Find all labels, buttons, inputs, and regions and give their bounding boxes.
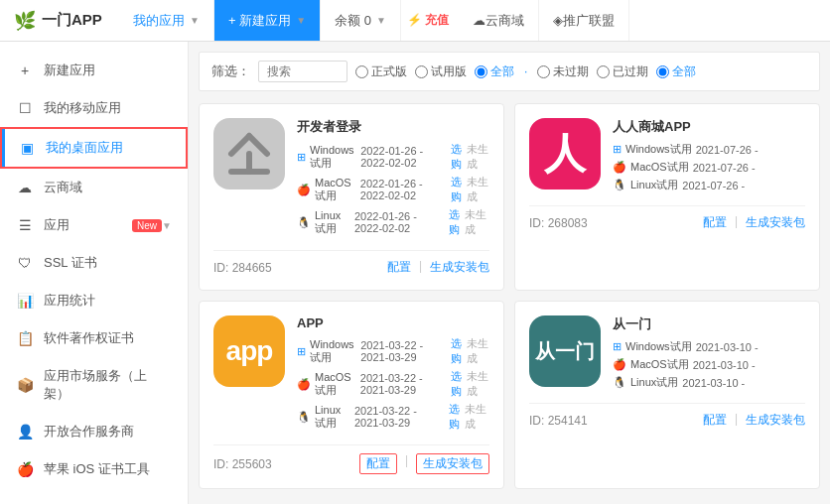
filter-yiexpired-label: 已过期 [613,63,648,80]
win-dates: 2022-01-26 - 2022-02-02 [360,145,447,169]
chevron-down-icon: ▼ [296,15,306,26]
sidebar-item-my-desktop[interactable]: ▣ 我的桌面应用 [0,127,188,169]
action-sep3: | [405,453,408,474]
linux2-dates: 2021-07-26 - [682,180,745,191]
app-actions-app: 配置 | 生成安装包 [359,453,489,474]
sidebar-item-market[interactable]: 📦 应用市场服务（上架） [0,357,188,413]
app-icon-cong: 从一门 [529,315,601,387]
sidebar-item-copyright[interactable]: 📋 软件著作权证书 [0,319,188,357]
linux-dates: 2022-01-26 - 2022-02-02 [354,210,445,234]
windows-icon3: ⊞ [297,345,306,358]
win-status: 未生成 [467,142,489,172]
win2-label: Windows试用 [625,142,692,157]
config-link-app[interactable]: 配置 [359,453,397,474]
mac3-label: MacOS试用 [315,371,356,398]
windows-icon2: ⊞ [613,143,622,156]
renren-icon-text: 人 [544,126,586,182]
filter-shiyong[interactable]: 试用版 [415,63,467,80]
filter-zhengshi[interactable]: 正式版 [355,63,407,80]
mac3-buy-link[interactable]: 选购 [451,369,467,399]
app-id-app: ID: 255603 [213,457,272,471]
mac3-status: 未生成 [467,369,489,399]
sidebar-item-apps[interactable]: ☰ 应用 New ▼ [0,206,188,244]
generate-link-app[interactable]: 生成安装包 [416,453,489,474]
app-footer-renren: ID: 268083 配置 | 生成安装包 [529,205,805,231]
mac3-dates: 2021-03-22 - 2021-03-29 [360,372,447,396]
search-input[interactable] [258,61,347,82]
stats-icon: 📊 [16,293,34,309]
nav-balance[interactable]: 余额 0 ▼ [321,0,401,41]
windows-icon: ⊞ [297,151,306,164]
linux2-label: Linux试用 [630,178,678,192]
filter-quanbu1[interactable]: 全部 [475,63,514,80]
app-detail-linux3: 🐧 Linux试用 2021-03-22 - 2021-03-29 选购 未生成 [297,402,489,432]
nav-cloud[interactable]: ☁ 云商域 [459,0,539,41]
action-sep2: | [735,214,738,231]
sidebar-item-new-app[interactable]: + 新建应用 [0,52,188,89]
linux-icon3: 🐧 [297,411,311,424]
sidebar-item-label: 开放合作服务商 [44,423,172,441]
app-name-renren: 人人商城APP [613,118,805,136]
app-id-cong: ID: 254141 [529,414,588,428]
win3-buy-link[interactable]: 选购 [451,336,467,366]
sidebar-item-open-partner[interactable]: 👤 开放合作服务商 [0,413,188,450]
logo[interactable]: 🌿 一门APP [0,0,119,41]
nav-newapp-label: + 新建应用 [228,12,291,30]
win-buy-link[interactable]: 选购 [451,142,467,172]
app-card-dev: 开发者登录 ⊞ Windows试用 2022-01-26 - 2022-02-0… [199,103,504,291]
generate-link-dev[interactable]: 生成安装包 [430,259,489,276]
config-link-cong[interactable]: 配置 [703,412,727,429]
apple-icon: 🍎 [16,461,34,477]
config-link-dev[interactable]: 配置 [387,259,411,276]
linux-status: 未生成 [465,207,489,237]
mac4-label: MacOS试用 [630,357,689,372]
sidebar-item-apple-ios[interactable]: 🍎 苹果 iOS 证书工具 [0,450,188,488]
app-icon-app: app [213,315,285,387]
app-detail-mac3: 🍎 MacOS试用 2021-03-22 - 2021-03-29 选购 未生成 [297,369,489,399]
sidebar-item-label: 应用统计 [44,292,172,310]
sidebar-item-cloud-shop[interactable]: ☁ 云商域 [0,169,188,206]
sidebar-item-my-mobile[interactable]: ☐ 我的移动应用 [0,89,188,127]
linux-label: Linux试用 [315,209,350,236]
filter-weiexpired[interactable]: 未过期 [537,63,589,80]
linux-buy-link[interactable]: 选购 [449,207,465,237]
sidebar-item-app-stats[interactable]: 📊 应用统计 [0,282,188,319]
app-footer-app: ID: 255603 配置 | 生成安装包 [213,444,489,474]
nav-promote[interactable]: ◈ 推广联盟 [539,0,629,41]
app-name-dev: 开发者登录 [297,118,489,136]
linux4-dates: 2021-03-10 - [682,377,745,389]
app-detail-win: ⊞ Windows试用 2022-01-26 - 2022-02-02 选购 未… [297,142,489,172]
generate-link-renren[interactable]: 生成安装包 [746,214,805,231]
mac-status: 未生成 [467,175,489,204]
app-footer-dev: ID: 284665 配置 | 生成安装包 [213,250,489,276]
nav-newapp[interactable]: + 新建应用 ▼ [214,0,321,41]
win3-label: Windows试用 [310,338,356,365]
mac-label: MacOS试用 [315,177,356,203]
win4-dates: 2021-03-10 - [696,341,759,353]
linux3-buy-link[interactable]: 选购 [449,402,465,432]
sidebar-item-label: 应用 [44,216,128,234]
win4-label: Windows试用 [625,339,692,354]
mac-buy-link[interactable]: 选购 [451,175,467,204]
filter-quanbu2-label: 全部 [672,63,696,80]
filter-quanbu2[interactable]: 全部 [656,63,696,80]
mac2-dates: 2021-07-26 - [693,162,756,174]
filter-yiexpired[interactable]: 已过期 [597,63,648,80]
filter-quanbu1-label: 全部 [490,63,514,80]
generate-link-cong[interactable]: 生成安装包 [746,412,805,429]
sidebar-item-ssl[interactable]: 🛡 SSL 证书 [0,244,188,282]
app-info-renren: 人人商城APP ⊞ Windows试用 2021-07-26 - 🍎 MacOS… [613,118,805,195]
config-link-renren[interactable]: 配置 [703,214,727,231]
app-detail-win4: ⊞ Windows试用 2021-03-10 - [613,339,805,354]
app-info-app: APP ⊞ Windows试用 2021-03-22 - 2021-03-29 … [297,315,489,435]
nav-myapp[interactable]: 我的应用 ▼ [119,0,214,41]
nav-recharge[interactable]: ⚡ 充值 [397,12,459,29]
chevron-down-icon: ▼ [162,220,172,231]
top-nav: 🌿 一门APP 我的应用 ▼ + 新建应用 ▼ 余额 0 ▼ ⚡ 充值 ☁ 云商… [0,0,830,42]
sidebar-item-label: 新建应用 [44,62,172,79]
mac2-label: MacOS试用 [630,160,689,175]
nav-myapp-label: 我的应用 [133,12,185,30]
mac-dates: 2022-01-26 - 2022-02-02 [360,178,447,201]
app-detail-mac4: 🍎 MacOS试用 2021-03-10 - [613,357,805,372]
logo-icon: 🌿 [14,10,36,32]
